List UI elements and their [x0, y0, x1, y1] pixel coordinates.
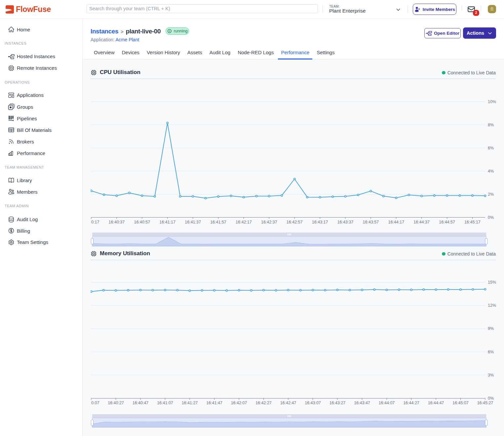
svg-text:16:41:47: 16:41:47	[206, 401, 222, 405]
svg-text:16:41:27: 16:41:27	[182, 401, 198, 405]
svg-text:16:44:27: 16:44:27	[403, 401, 419, 405]
svg-text:16:43:37: 16:43:37	[337, 220, 354, 224]
svg-text:16:42:27: 16:42:27	[255, 401, 272, 405]
svg-text:16:45:17: 16:45:17	[464, 220, 481, 224]
svg-text:16:42:47: 16:42:47	[280, 401, 296, 405]
svg-text:16:44:57: 16:44:57	[439, 220, 455, 224]
svg-text:0%: 0%	[488, 396, 494, 401]
svg-text:16:40:57: 16:40:57	[134, 220, 150, 224]
svg-text:16:43:57: 16:43:57	[363, 220, 379, 224]
svg-text:16:43:17: 16:43:17	[312, 220, 328, 224]
svg-text:16:40:37: 16:40:37	[109, 220, 125, 224]
svg-text:16:43:07: 16:43:07	[305, 401, 321, 405]
svg-text:3%: 3%	[488, 373, 494, 377]
svg-text:16:40:27: 16:40:27	[108, 401, 124, 405]
svg-text:0:07: 0:07	[91, 401, 99, 405]
svg-text:16:40:47: 16:40:47	[133, 401, 149, 405]
svg-text:16:45:27: 16:45:27	[477, 401, 493, 405]
svg-text:15%: 15%	[488, 280, 496, 285]
svg-text:2%: 2%	[488, 192, 494, 197]
svg-text:16:44:17: 16:44:17	[388, 220, 404, 224]
svg-text:16:42:57: 16:42:57	[287, 220, 303, 224]
svg-text:16:44:37: 16:44:37	[413, 220, 430, 224]
svg-text:0%: 0%	[488, 215, 494, 220]
svg-text:16:44:07: 16:44:07	[379, 401, 395, 405]
svg-text:12%: 12%	[488, 303, 496, 308]
svg-text:16:42:07: 16:42:07	[231, 401, 247, 405]
svg-text:16:41:07: 16:41:07	[157, 401, 173, 405]
svg-text:6%: 6%	[488, 146, 494, 150]
svg-text:4%: 4%	[488, 169, 494, 174]
svg-text:0:17: 0:17	[91, 220, 99, 224]
svg-text:10%: 10%	[488, 99, 496, 104]
svg-text:6%: 6%	[488, 350, 494, 354]
svg-text:9%: 9%	[488, 326, 494, 331]
svg-text:16:41:37: 16:41:37	[185, 220, 201, 224]
svg-text:16:41:17: 16:41:17	[159, 220, 175, 224]
svg-text:16:43:27: 16:43:27	[330, 401, 346, 405]
svg-text:16:42:17: 16:42:17	[236, 220, 252, 224]
svg-text:16:42:37: 16:42:37	[261, 220, 277, 224]
svg-text:16:45:07: 16:45:07	[452, 401, 469, 405]
svg-text:16:41:57: 16:41:57	[210, 220, 226, 224]
svg-text:16:43:47: 16:43:47	[354, 401, 370, 405]
svg-text:8%: 8%	[488, 123, 494, 127]
svg-text:16:44:47: 16:44:47	[428, 401, 444, 405]
